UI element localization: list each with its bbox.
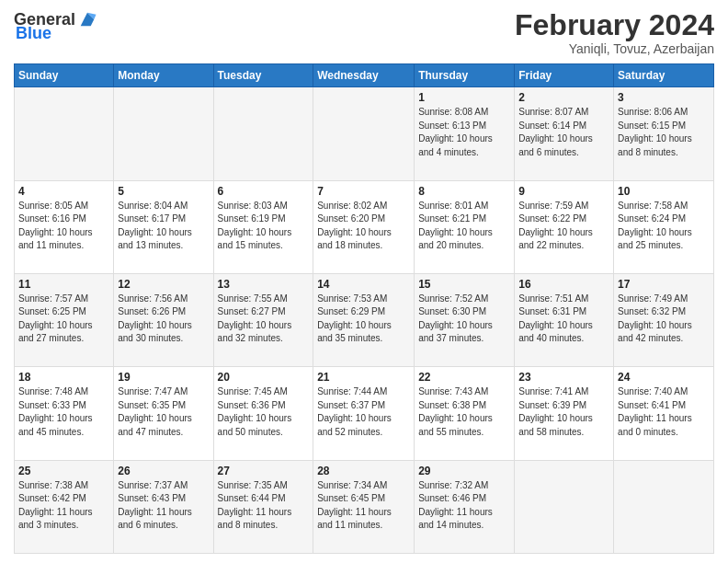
day-cell: 27Sunrise: 7:35 AM Sunset: 6:44 PM Dayli… [213,460,313,553]
day-info: Sunrise: 7:32 AM Sunset: 6:46 PM Dayligh… [418,479,510,533]
weekday-header-monday: Monday [114,64,213,87]
day-cell: 22Sunrise: 7:43 AM Sunset: 6:38 PM Dayli… [415,367,515,460]
day-number: 2 [518,91,609,104]
day-info: Sunrise: 7:40 AM Sunset: 6:41 PM Dayligh… [618,385,710,439]
subtitle: Yaniqli, Tovuz, Azerbaijan [515,41,714,56]
day-number: 10 [618,185,710,198]
weekday-header-thursday: Thursday [415,64,515,87]
day-number: 29 [418,465,510,477]
day-number: 13 [218,278,310,291]
day-number: 17 [618,278,710,291]
day-cell: 23Sunrise: 7:41 AM Sunset: 6:39 PM Dayli… [515,367,614,460]
day-number: 27 [218,465,310,477]
day-cell: 12Sunrise: 7:56 AM Sunset: 6:26 PM Dayli… [114,273,213,366]
day-cell: 28Sunrise: 7:34 AM Sunset: 6:45 PM Dayli… [313,460,415,553]
day-info: Sunrise: 7:38 AM Sunset: 6:42 PM Dayligh… [18,479,109,533]
day-cell: 16Sunrise: 7:51 AM Sunset: 6:31 PM Dayli… [515,273,614,366]
day-number: 26 [118,465,209,477]
day-cell: 1Sunrise: 8:08 AM Sunset: 6:13 PM Daylig… [415,87,515,180]
day-info: Sunrise: 7:56 AM Sunset: 6:26 PM Dayligh… [118,293,209,346]
day-cell: 3Sunrise: 8:06 AM Sunset: 6:15 PM Daylig… [614,87,714,180]
day-number: 1 [418,91,510,104]
day-number: 19 [118,371,209,384]
day-cell: 18Sunrise: 7:48 AM Sunset: 6:33 PM Dayli… [15,367,114,460]
day-number: 18 [18,371,109,384]
day-cell: 26Sunrise: 7:37 AM Sunset: 6:43 PM Dayli… [114,460,213,553]
day-cell: 8Sunrise: 8:01 AM Sunset: 6:21 PM Daylig… [415,180,515,273]
day-info: Sunrise: 8:01 AM Sunset: 6:21 PM Dayligh… [418,200,510,253]
weekday-header-row: SundayMondayTuesdayWednesdayThursdayFrid… [15,64,714,87]
day-info: Sunrise: 7:44 AM Sunset: 6:37 PM Dayligh… [317,385,410,439]
weekday-header-saturday: Saturday [614,64,714,87]
day-info: Sunrise: 7:58 AM Sunset: 6:24 PM Dayligh… [618,200,710,253]
page: General Blue February 2024 Yaniqli, Tovu… [0,0,728,563]
logo-icon [77,9,97,29]
day-cell: 10Sunrise: 7:58 AM Sunset: 6:24 PM Dayli… [614,180,714,273]
day-number: 28 [317,465,410,477]
day-cell: 14Sunrise: 7:53 AM Sunset: 6:29 PM Dayli… [313,273,415,366]
day-number: 5 [118,185,209,198]
day-info: Sunrise: 7:59 AM Sunset: 6:22 PM Dayligh… [518,200,609,253]
day-number: 25 [18,465,109,477]
day-number: 12 [118,278,209,291]
day-info: Sunrise: 7:47 AM Sunset: 6:35 PM Dayligh… [118,385,209,439]
day-cell: 15Sunrise: 7:52 AM Sunset: 6:30 PM Dayli… [415,273,515,366]
day-cell: 6Sunrise: 8:03 AM Sunset: 6:19 PM Daylig… [213,180,313,273]
day-cell [15,87,114,180]
day-info: Sunrise: 8:05 AM Sunset: 6:16 PM Dayligh… [18,200,109,253]
title-block: February 2024 Yaniqli, Tovuz, Azerbaijan [515,9,714,56]
weekday-header-tuesday: Tuesday [213,64,313,87]
day-info: Sunrise: 7:48 AM Sunset: 6:33 PM Dayligh… [18,385,109,439]
day-cell: 7Sunrise: 8:02 AM Sunset: 6:20 PM Daylig… [313,180,415,273]
calendar-table: SundayMondayTuesdayWednesdayThursdayFrid… [14,63,714,554]
logo-text-blue: Blue [16,24,51,43]
day-info: Sunrise: 8:06 AM Sunset: 6:15 PM Dayligh… [618,106,710,159]
day-cell: 29Sunrise: 7:32 AM Sunset: 6:46 PM Dayli… [415,460,515,553]
day-number: 16 [518,278,609,291]
day-info: Sunrise: 7:34 AM Sunset: 6:45 PM Dayligh… [317,479,410,533]
day-cell [515,460,614,553]
week-row-4: 25Sunrise: 7:38 AM Sunset: 6:42 PM Dayli… [15,460,714,553]
day-info: Sunrise: 8:07 AM Sunset: 6:14 PM Dayligh… [518,106,609,159]
day-cell [313,87,415,180]
day-cell: 19Sunrise: 7:47 AM Sunset: 6:35 PM Dayli… [114,367,213,460]
header: General Blue February 2024 Yaniqli, Tovu… [14,9,714,56]
day-number: 7 [317,185,410,198]
day-info: Sunrise: 8:03 AM Sunset: 6:19 PM Dayligh… [218,200,310,253]
day-number: 23 [518,371,609,384]
day-cell: 13Sunrise: 7:55 AM Sunset: 6:27 PM Dayli… [213,273,313,366]
week-row-1: 4Sunrise: 8:05 AM Sunset: 6:16 PM Daylig… [15,180,714,273]
day-info: Sunrise: 7:45 AM Sunset: 6:36 PM Dayligh… [218,385,310,439]
day-cell [614,460,714,553]
day-cell: 24Sunrise: 7:40 AM Sunset: 6:41 PM Dayli… [614,367,714,460]
day-info: Sunrise: 7:55 AM Sunset: 6:27 PM Dayligh… [218,293,310,346]
day-number: 22 [418,371,510,384]
day-cell: 25Sunrise: 7:38 AM Sunset: 6:42 PM Dayli… [15,460,114,553]
day-info: Sunrise: 7:51 AM Sunset: 6:31 PM Dayligh… [518,293,609,346]
day-cell: 4Sunrise: 8:05 AM Sunset: 6:16 PM Daylig… [15,180,114,273]
day-cell: 17Sunrise: 7:49 AM Sunset: 6:32 PM Dayli… [614,273,714,366]
day-cell: 2Sunrise: 8:07 AM Sunset: 6:14 PM Daylig… [515,87,614,180]
day-number: 15 [418,278,510,291]
logo: General Blue [14,9,97,43]
weekday-header-sunday: Sunday [15,64,114,87]
week-row-3: 18Sunrise: 7:48 AM Sunset: 6:33 PM Dayli… [15,367,714,460]
day-cell [213,87,313,180]
day-info: Sunrise: 8:02 AM Sunset: 6:20 PM Dayligh… [317,200,410,253]
day-cell: 9Sunrise: 7:59 AM Sunset: 6:22 PM Daylig… [515,180,614,273]
day-cell: 21Sunrise: 7:44 AM Sunset: 6:37 PM Dayli… [313,367,415,460]
day-info: Sunrise: 7:43 AM Sunset: 6:38 PM Dayligh… [418,385,510,439]
day-info: Sunrise: 7:53 AM Sunset: 6:29 PM Dayligh… [317,293,410,346]
day-number: 8 [418,185,510,198]
day-info: Sunrise: 7:41 AM Sunset: 6:39 PM Dayligh… [518,385,609,439]
day-info: Sunrise: 7:57 AM Sunset: 6:25 PM Dayligh… [18,293,109,346]
day-number: 24 [618,371,710,384]
day-info: Sunrise: 7:49 AM Sunset: 6:32 PM Dayligh… [618,293,710,346]
day-number: 6 [218,185,310,198]
day-number: 20 [218,371,310,384]
day-number: 11 [18,278,109,291]
day-cell: 5Sunrise: 8:04 AM Sunset: 6:17 PM Daylig… [114,180,213,273]
day-number: 3 [618,91,710,104]
day-info: Sunrise: 8:04 AM Sunset: 6:17 PM Dayligh… [118,200,209,253]
day-number: 4 [18,185,109,198]
